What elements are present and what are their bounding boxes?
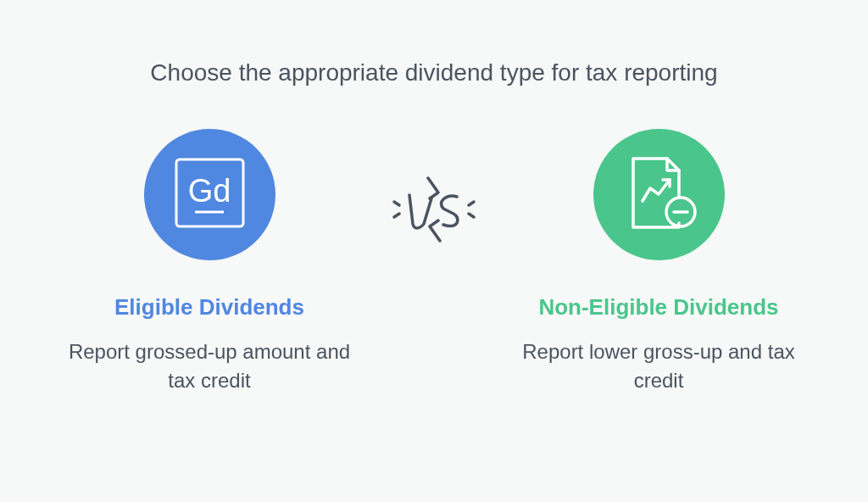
eligible-description: Report grossed-up amount and tax credit [65, 337, 353, 394]
gd-element-icon: Gd [170, 153, 250, 237]
non-eligible-icon-circle [593, 129, 725, 260]
document-chart-minus-icon [615, 148, 704, 241]
vs-icon [387, 171, 481, 251]
vs-separator [387, 171, 481, 251]
svg-text:Gd: Gd [187, 173, 231, 209]
page-title: Choose the appropriate dividend type for… [150, 59, 717, 86]
eligible-icon-circle: Gd [144, 129, 275, 260]
non-eligible-description: Report lower gross-up and tax credit [515, 337, 803, 394]
comparison-container: Gd Eligible Dividends Report grossed-up … [0, 129, 868, 394]
option-non-eligible: Non-Eligible Dividends Report lower gros… [515, 129, 803, 394]
option-eligible: Gd Eligible Dividends Report grossed-up … [65, 129, 353, 394]
non-eligible-title: Non-Eligible Dividends [538, 294, 778, 321]
eligible-title: Eligible Dividends [114, 294, 304, 321]
